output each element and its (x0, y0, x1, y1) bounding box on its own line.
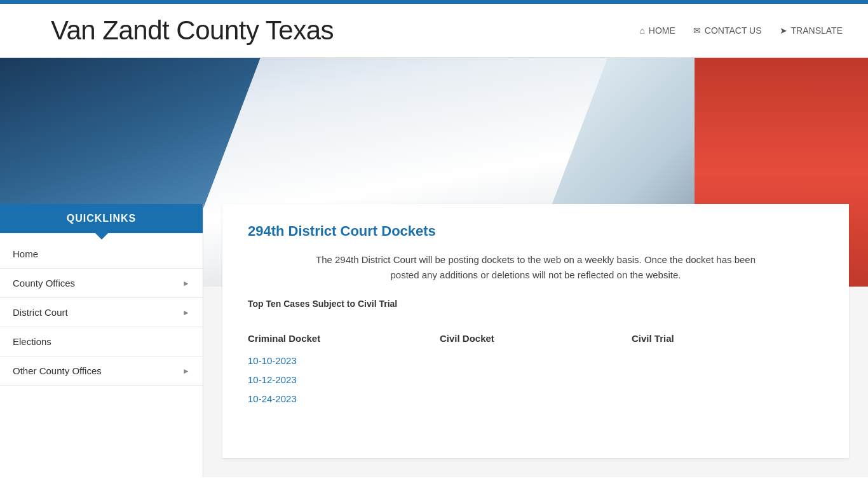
sidebar-item-elections-label: Elections (13, 336, 51, 347)
content-description: The 294th District Court will be posting… (313, 252, 758, 283)
sidebar-link-home[interactable]: Home (0, 240, 203, 268)
criminal-docket-link[interactable]: 10-24-2023 (248, 393, 297, 404)
translate-nav-label: TRANSLATE (791, 25, 843, 36)
sidebar-item-district-court[interactable]: District Court ► (0, 298, 203, 327)
criminal-docket-link[interactable]: 10-10-2023 (248, 355, 297, 366)
home-icon: ⌂ (639, 25, 644, 36)
sidebar-item-district-court-label: District Court (13, 307, 68, 318)
contact-nav-label: CONTACT US (705, 25, 762, 36)
table-row: 10-12-2023 (248, 370, 824, 390)
docket-table: Criminal Docket Civil Docket Civil Trial… (248, 328, 824, 409)
content-card: 294th District Court Dockets The 294th D… (222, 204, 849, 458)
criminal-docket-link[interactable]: 10-12-2023 (248, 374, 297, 385)
chevron-right-icon-3: ► (182, 367, 190, 376)
quicklinks-header: QUICKLINKS (0, 204, 203, 233)
sidebar-item-other-county-offices[interactable]: Other County Offices ► (0, 356, 203, 386)
sidebar-link-other-county-offices[interactable]: Other County Offices ► (0, 356, 203, 385)
contact-nav-link[interactable]: ✉ CONTACT US (693, 25, 762, 36)
sidebar-item-home[interactable]: Home (0, 240, 203, 269)
civil-docket-cell (440, 351, 632, 370)
sidebar-item-other-county-offices-label: Other County Offices (13, 365, 102, 376)
translate-nav-link[interactable]: ➤ TRANSLATE (780, 25, 843, 36)
translate-icon: ➤ (780, 25, 787, 36)
top-nav: ⌂ HOME ✉ CONTACT US ➤ TRANSLATE (639, 25, 843, 36)
sidebar-link-county-offices[interactable]: County Offices ► (0, 269, 203, 297)
chevron-right-icon-2: ► (182, 308, 190, 317)
home-nav-label: HOME (649, 25, 675, 36)
sidebar-link-elections[interactable]: Elections (0, 327, 203, 356)
civil-docket-header: Civil Docket (440, 328, 632, 351)
table-row: 10-10-2023 (248, 351, 824, 370)
main-wrapper: QUICKLINKS Home County Offices ► Distric… (0, 287, 868, 477)
home-nav-link[interactable]: ⌂ HOME (639, 25, 675, 36)
sidebar-item-home-label: Home (13, 248, 38, 259)
sidebar-link-district-court[interactable]: District Court ► (0, 298, 203, 327)
criminal-docket-header: Criminal Docket (248, 328, 440, 351)
civil-docket-cell (440, 390, 632, 409)
civil-trial-cell (632, 390, 824, 409)
civil-trial-cell (632, 370, 824, 390)
sidebar-item-county-offices-label: County Offices (13, 278, 75, 288)
site-title: Van Zandt County Texas (51, 15, 334, 46)
page-title: 294th District Court Dockets (248, 223, 824, 240)
sidebar: QUICKLINKS Home County Offices ► Distric… (0, 204, 203, 477)
main-content: 294th District Court Dockets The 294th D… (203, 204, 868, 477)
civil-docket-cell (440, 370, 632, 390)
civil-trial-cell (632, 351, 824, 370)
civil-trial-header: Civil Trial (632, 328, 824, 351)
quicklinks-label: QUICKLINKS (67, 213, 137, 224)
sidebar-item-county-offices[interactable]: County Offices ► (0, 269, 203, 298)
sidebar-item-elections[interactable]: Elections (0, 327, 203, 356)
email-icon: ✉ (693, 25, 701, 36)
table-row: 10-24-2023 (248, 390, 824, 409)
site-header: Van Zandt County Texas ⌂ HOME ✉ CONTACT … (0, 4, 868, 58)
top-ten-label: Top Ten Cases Subject to Civil Trial (248, 299, 824, 309)
sidebar-nav: Home County Offices ► District Court ► E… (0, 240, 203, 386)
chevron-right-icon: ► (182, 279, 190, 288)
